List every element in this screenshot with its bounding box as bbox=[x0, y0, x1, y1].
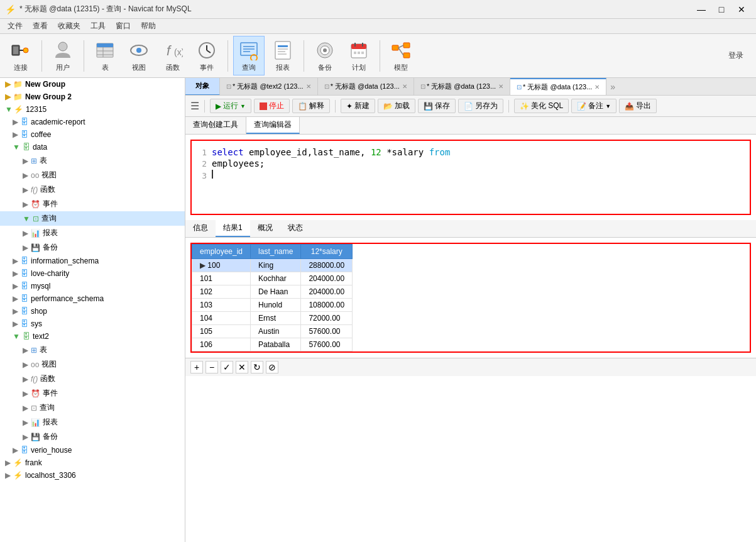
sidebar-db-coffee[interactable]: ▶ 🗄 coffee bbox=[0, 128, 185, 141]
sidebar-text2-backup[interactable]: ▶ 💾 备份 bbox=[0, 429, 185, 444]
run-button[interactable]: ▶ 运行 ▼ bbox=[210, 99, 251, 113]
sidebar-db-verio[interactable]: ▶ 🗄 verio_house bbox=[0, 444, 185, 456]
toolbar-table[interactable]: 表 bbox=[89, 36, 121, 75]
sidebar-text2-function[interactable]: ▶ f() 函数 bbox=[0, 372, 185, 386]
sidebar-db-information[interactable]: ▶ 🗄 information_schema bbox=[0, 255, 185, 267]
sidebar-db-data[interactable]: ▼ 🗄 data bbox=[0, 141, 185, 153]
table-row[interactable]: ▶ 100King288000.00 bbox=[192, 259, 353, 272]
sidebar-connection-frank[interactable]: ▶ ⚡ frank bbox=[0, 456, 185, 469]
table-row[interactable]: 106Pataballa57600.00 bbox=[192, 338, 353, 351]
sidebar-text2-query[interactable]: ▶ ⊡ 查询 bbox=[0, 401, 185, 415]
sidebar-db-love[interactable]: ▶ 🗄 love-charity bbox=[0, 267, 185, 280]
stop-refresh-button[interactable]: ⊘ bbox=[266, 361, 278, 373]
toolbar-menu-icon[interactable]: ☰ bbox=[190, 100, 199, 112]
confirm-button[interactable]: ✓ bbox=[221, 361, 233, 373]
sidebar-db-academic[interactable]: ▶ 🗄 academic-report bbox=[0, 116, 185, 128]
sidebar-group-1[interactable]: ▶ 📁 New Group bbox=[0, 78, 185, 91]
editor-tab-builder[interactable]: 查询创建工具 bbox=[185, 117, 246, 134]
add-row-button[interactable]: + bbox=[190, 361, 203, 373]
table-row[interactable]: 104Ernst72000.00 bbox=[192, 312, 353, 325]
tab-query-2-close[interactable]: ✕ bbox=[402, 83, 407, 90]
menu-tools[interactable]: 工具 bbox=[85, 19, 111, 33]
new-button[interactable]: ✦ 新建 bbox=[341, 99, 375, 113]
sidebar-data-backup[interactable]: ▶ 💾 备份 bbox=[0, 240, 185, 255]
tab-query-3[interactable]: ⊡ * 无标题 @data (123... ✕ bbox=[414, 78, 510, 96]
sidebar-text2-report[interactable]: ▶ 📊 报表 bbox=[0, 415, 185, 429]
sidebar-db-sys[interactable]: ▶ 🗄 sys bbox=[0, 318, 185, 330]
tab-query-2[interactable]: ⊡ * 无标题 @data (123... ✕ bbox=[318, 78, 414, 96]
sidebar-db-text2[interactable]: ▼ 🗄 text2 bbox=[0, 330, 185, 343]
menu-view[interactable]: 查看 bbox=[28, 19, 53, 33]
stop-button[interactable]: 停止 bbox=[254, 99, 290, 113]
sidebar-group-2[interactable]: ▶ 📁 New Group 2 bbox=[0, 91, 185, 103]
toolbar-schedule[interactable]: 计划 bbox=[343, 36, 375, 75]
explain-button[interactable]: 📋 解释 bbox=[292, 99, 330, 113]
tab-query-1[interactable]: ⊡ * 无标题 @text2 (123... ✕ bbox=[220, 78, 318, 96]
sidebar-db-perf[interactable]: ▶ 🗄 performance_schema bbox=[0, 292, 185, 305]
saveas-button[interactable]: 📄 另存为 bbox=[458, 99, 503, 113]
result-tab-result1[interactable]: 结果1 bbox=[216, 220, 250, 237]
sidebar-data-table[interactable]: ▶ ⊞ 表 bbox=[0, 153, 185, 168]
cell-salary: 72000.00 bbox=[301, 312, 353, 325]
tab-query-3-close[interactable]: ✕ bbox=[498, 83, 503, 90]
db-love-label: love-charity bbox=[31, 269, 69, 278]
beautify-button[interactable]: ✨ 美化 SQL bbox=[514, 99, 569, 113]
db-verio-label: verio_house bbox=[31, 446, 72, 455]
cancel-edit-button[interactable]: ✕ bbox=[236, 361, 248, 373]
menu-file[interactable]: 文件 bbox=[3, 19, 28, 33]
sidebar-data-event[interactable]: ▶ ⏰ 事件 bbox=[0, 197, 185, 211]
toolbar-view[interactable]: 视图 bbox=[123, 36, 155, 75]
col-employee-id: employee_id bbox=[192, 245, 251, 259]
toolbar-backup[interactable]: 备份 bbox=[309, 36, 341, 75]
sidebar-connection-localhost[interactable]: ▶ ⚡ localhost_3306 bbox=[0, 469, 185, 482]
table-row[interactable]: 103Hunold108000.00 bbox=[192, 299, 353, 312]
editor-tab-editor[interactable]: 查询编辑器 bbox=[246, 117, 300, 134]
sidebar-text2-event[interactable]: ▶ ⏰ 事件 bbox=[0, 386, 185, 401]
table-row[interactable]: 102De Haan204000.00 bbox=[192, 285, 353, 299]
toolbar-user[interactable]: 用户 bbox=[47, 36, 79, 75]
close-button[interactable]: ✕ bbox=[732, 3, 751, 16]
table-row[interactable]: 101Kochhar204000.00 bbox=[192, 272, 353, 285]
toolbar-model[interactable]: 模型 bbox=[385, 36, 417, 75]
delete-row-button[interactable]: − bbox=[205, 361, 218, 373]
toolbar-report[interactable]: 报表 bbox=[267, 36, 299, 75]
sidebar-connection-12315[interactable]: ▼ ⚡ 12315 bbox=[0, 103, 185, 116]
table-row[interactable]: 105Austin57600.00 bbox=[192, 325, 353, 338]
menu-favorites[interactable]: 收藏夹 bbox=[53, 19, 85, 33]
refresh-button[interactable]: ↻ bbox=[251, 361, 263, 373]
sidebar-data-report[interactable]: ▶ 📊 报表 bbox=[0, 226, 185, 240]
sidebar-data-query[interactable]: ▼ ⊡ 查询 bbox=[0, 211, 185, 226]
toolbar-query[interactable]: 查询 bbox=[233, 36, 265, 75]
comment-button[interactable]: 📝 备注 ▼ bbox=[571, 99, 616, 113]
save-button[interactable]: 💾 保存 bbox=[418, 99, 456, 113]
toolbar-divider-1 bbox=[41, 40, 42, 72]
result-tab-overview[interactable]: 概况 bbox=[250, 220, 280, 237]
result-tab-info[interactable]: 信息 bbox=[185, 220, 216, 237]
sidebar-db-mysql[interactable]: ▶ 🗄 mysql bbox=[0, 280, 185, 292]
toolbar-event[interactable]: 事件 bbox=[191, 36, 222, 75]
sidebar-db-shop[interactable]: ▶ 🗄 shop bbox=[0, 305, 185, 318]
result-tab-status[interactable]: 状态 bbox=[280, 220, 310, 237]
line-number-2: 2 bbox=[197, 159, 207, 169]
tab-query-1-close[interactable]: ✕ bbox=[306, 83, 311, 90]
toolbar-connect[interactable]: 连接 bbox=[5, 36, 36, 75]
tab-query-4[interactable]: ⊡ * 无标题 @data (123... ✕ bbox=[510, 78, 606, 96]
sidebar-data-view[interactable]: ▶ oo 视图 bbox=[0, 168, 185, 182]
sidebar-data-function[interactable]: ▶ f() 函数 bbox=[0, 182, 185, 197]
sidebar-text2-table[interactable]: ▶ ⊞ 表 bbox=[0, 343, 185, 357]
tab-more[interactable]: » bbox=[606, 82, 619, 92]
table-icon bbox=[94, 39, 116, 62]
export-button[interactable]: 📤 导出 bbox=[619, 99, 657, 113]
toolbar-function[interactable]: f (x) 函数 bbox=[157, 36, 189, 75]
minimize-button[interactable]: — bbox=[692, 3, 711, 16]
menubar: 文件 查看 收藏夹 工具 窗口 帮助 bbox=[0, 19, 756, 34]
maximize-button[interactable]: □ bbox=[712, 3, 731, 16]
sidebar-text2-view[interactable]: ▶ oo 视图 bbox=[0, 357, 185, 372]
load-button[interactable]: 📂 加载 bbox=[378, 99, 415, 113]
tab-object[interactable]: 对象 bbox=[185, 78, 220, 96]
menu-window[interactable]: 窗口 bbox=[111, 19, 136, 33]
menu-help[interactable]: 帮助 bbox=[136, 19, 161, 33]
tab-query-4-close[interactable]: ✕ bbox=[594, 84, 600, 91]
sql-editor[interactable]: 1 select employee_id,last_name, 12 *sala… bbox=[190, 140, 751, 215]
login-area[interactable]: 登录 bbox=[721, 48, 751, 64]
